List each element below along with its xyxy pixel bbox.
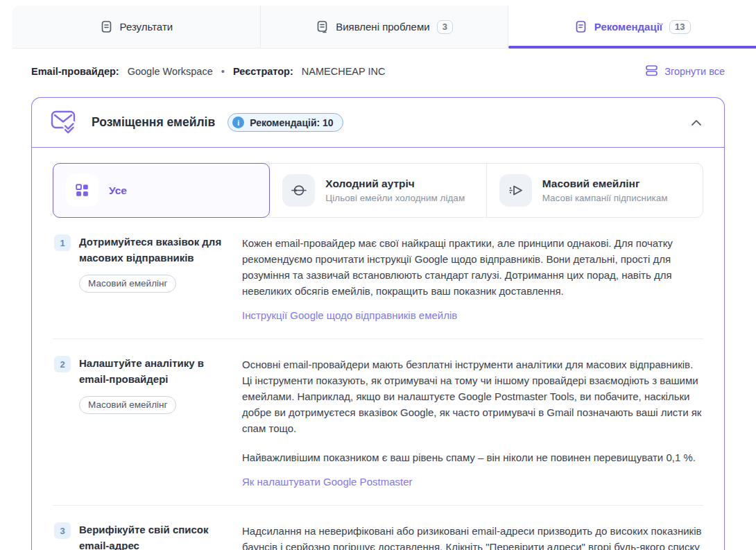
card-title: Розміщення емейлів <box>92 115 215 130</box>
recommendation-item-2: 2 Налаштуйте аналітику в email-провайдер… <box>53 338 703 505</box>
filter-sublabel: Масові кампанії підписникам <box>542 193 668 203</box>
filter-label: Усе <box>109 184 127 197</box>
item-category-tag: Масовий емейлінг <box>79 396 176 414</box>
email-provider-label: Email-провайдер: <box>31 66 119 77</box>
issues-doc-icon <box>316 20 329 33</box>
tab-issues[interactable]: Виявлені проблеми 3 <box>260 6 508 48</box>
filter-all[interactable]: Усе <box>53 163 270 218</box>
separator-dot: • <box>221 66 225 77</box>
email-provider-value: Google Workspace <box>128 66 213 77</box>
collapse-all-button[interactable]: Згорнути все <box>645 64 725 79</box>
send-icon <box>499 174 532 207</box>
tab-results[interactable]: Результати <box>12 6 260 48</box>
item-number-badge: 3 <box>54 522 71 539</box>
recommendation-list: 1 Дотримуйтеся вказівок для масових відп… <box>53 218 703 550</box>
grid-icon <box>66 174 98 207</box>
item-paragraph: Надсилання на неверифіковані або ризиков… <box>242 523 703 550</box>
registrar-value: NAMECHEAP INC <box>302 66 386 77</box>
filter-label: Холодний аутріч <box>325 178 465 190</box>
envelope-check-icon <box>50 108 76 137</box>
tab-count-badge: 3 <box>437 20 453 34</box>
item-paragraph: Найважливішим показником є ваш рівень сп… <box>242 449 703 465</box>
item-category-tag: Масовий емейлінг <box>79 275 176 293</box>
filter-label: Масовий емейлінг <box>542 178 668 190</box>
recommendation-count-badge: i Рекомендацій: 10 <box>227 113 343 132</box>
active-tab-underline <box>508 46 756 49</box>
recommendation-count-label: Рекомендацій: 10 <box>250 117 333 128</box>
collapse-all-label: Згорнути все <box>664 66 725 77</box>
recommendations-card: Розміщення емейлів i Рекомендацій: 10 <box>31 97 725 550</box>
item-number-badge: 1 <box>54 234 71 251</box>
recommendations-doc-icon <box>574 20 587 33</box>
info-icon: i <box>232 117 244 128</box>
card-body: Усе Холодний аутріч Цільові емейли холод… <box>32 148 724 550</box>
filter-cold-outreach[interactable]: Холодний аутріч Цільові емейли холодним … <box>269 164 486 217</box>
filter-mass-emailing[interactable]: Масовий емейлінг Масові кампанії підписн… <box>486 164 703 217</box>
registrar-label: Реєстратор: <box>233 66 293 77</box>
item-link[interactable]: Інструкції Google щодо відправників емей… <box>242 309 457 321</box>
filter-sublabel: Цільові емейли холодним лідам <box>325 193 465 203</box>
tab-label: Виявлені проблеми <box>336 21 430 33</box>
collapse-rows-icon <box>645 64 658 79</box>
tab-bar: Результати Виявлені проблеми 3 Рекоменда… <box>12 6 756 49</box>
tab-label: Результати <box>120 21 173 33</box>
chevron-up-icon <box>689 118 703 128</box>
item-paragraph: Основні email-провайдери мають безплатні… <box>242 356 703 436</box>
filter-tabs: Усе Холодний аутріч Цільові емейли холод… <box>53 163 703 218</box>
provider-info: Email-провайдер: Google Workspace • Реєс… <box>31 66 390 77</box>
item-link[interactable]: Як налаштувати Google Postmaster <box>242 476 412 488</box>
recommendation-item-1: 1 Дотримуйтеся вказівок для масових відп… <box>53 218 703 338</box>
item-paragraph: Кожен email-провайдер має свої найкращі … <box>242 235 703 299</box>
target-icon <box>282 174 315 207</box>
item-number-badge: 2 <box>54 356 71 372</box>
item-title: Верифікуйте свій список email-адрес <box>79 522 228 550</box>
collapse-card-button[interactable] <box>687 115 706 130</box>
tab-recommendations[interactable]: Рекомендації 13 <box>508 6 756 48</box>
card-header: Розміщення емейлів i Рекомендацій: 10 <box>32 98 724 148</box>
tab-count-badge: 13 <box>669 20 690 34</box>
item-title: Дотримуйтеся вказівок для масових відпра… <box>79 234 228 266</box>
recommendation-item-3: 3 Верифікуйте свій список email-адрес Хо… <box>53 505 703 550</box>
tab-label: Рекомендації <box>594 21 662 33</box>
provider-row: Email-провайдер: Google Workspace • Реєс… <box>31 64 725 79</box>
item-title: Налаштуйте аналітику в email-провайдері <box>79 356 228 387</box>
report-doc-icon <box>100 20 113 33</box>
